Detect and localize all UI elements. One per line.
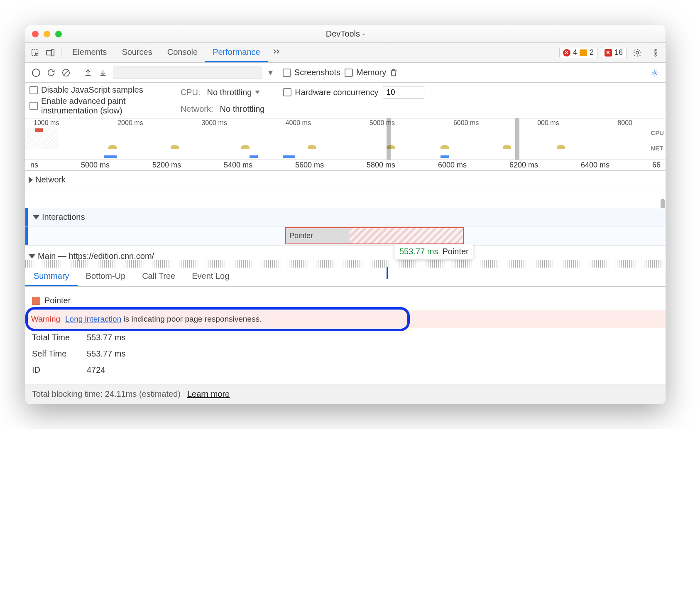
tick: 6000 ms [453,119,479,127]
range-handle-right[interactable] [515,118,519,160]
tick: 5200 ms [152,161,181,170]
tab-elements[interactable]: Elements [65,43,114,62]
tbt-text: Total blocking time: 24.11ms (estimated) [32,389,181,399]
download-icon[interactable] [95,65,110,80]
tick: 6000 ms [438,161,467,170]
tick: 5000 ms [81,161,110,170]
network-throttle-value: No throttling [220,104,265,114]
separator [61,47,61,58]
enable-paint-label-2: instrumentation (slow) [41,106,126,116]
enable-paint-label-1: Enable advanced paint [41,96,126,106]
track-highlight [25,208,28,226]
net-lane-label: NET [651,145,664,152]
track-main-label: Main — https://edition.cnn.com/ [38,251,154,261]
tab-bottomup[interactable]: Bottom-Up [78,267,134,286]
tab-eventlog[interactable]: Event Log [184,267,237,286]
network-throttle-select[interactable]: No throttling [218,103,267,115]
tracks: Network Interactions Pointer Main — http… [25,171,666,267]
overview-minimap[interactable]: 1000 ms 2000 ms 3000 ms 4000 ms 5000 ms … [25,118,666,160]
main-url: https://edition.cnn.com/ [69,251,154,261]
tick: 5400 ms [224,161,252,170]
track-main[interactable]: Main — https://edition.cnn.com/ [25,246,666,267]
tick: 6200 ms [509,161,538,170]
error-icon: ✕ [563,49,570,57]
tick: 5600 ms [295,161,324,170]
device-toolbar-icon[interactable] [43,45,58,60]
event-color-swatch [32,297,40,305]
total-time-value: 553.77 ms [87,333,125,342]
flame-chart-strip [25,260,666,268]
settings-icon[interactable] [630,45,645,60]
cpu-throttle-value: No throttling [207,88,252,97]
svg-point-8 [654,71,656,74]
overview-ticks: 1000 ms 2000 ms 3000 ms 4000 ms 5000 ms … [25,119,641,127]
cpu-lane [25,128,641,149]
tab-summary[interactable]: Summary [25,267,78,286]
disable-js-checkbox[interactable]: Disable JavaScript samples [29,85,143,95]
perf-toolbar: ▼ Screenshots Memory [25,63,666,83]
issue-icon: ✕ [605,49,612,57]
screenshots-checkbox[interactable]: Screenshots [283,68,340,77]
more-menu-icon[interactable] [648,45,663,60]
tab-calltree[interactable]: Call Tree [134,267,184,286]
detail-tabs: Summary Bottom-Up Call Tree Event Log [25,267,666,287]
id-value: 4724 [87,365,105,375]
long-interaction-link[interactable]: Long interaction [65,315,121,323]
record-button[interactable] [29,65,44,80]
timeline-ruler[interactable]: ns 5000 ms 5200 ms 5400 ms 5600 ms 5800 … [25,160,666,171]
tick: 2000 ms [117,119,143,127]
track-network[interactable]: Network [25,171,666,189]
tooltip-time: 553.77 ms [399,247,438,256]
issues-badge[interactable]: ✕ 16 [601,47,627,58]
hw-concurrency-input[interactable] [383,86,424,98]
cpu-lane-label: CPU [651,129,664,136]
chevron-down-icon [255,91,260,94]
capture-settings-icon[interactable] [647,65,662,80]
tick: ns [30,161,38,170]
total-time-row: Total Time 553.77 ms [32,330,659,346]
tab-sources[interactable]: Sources [114,43,159,62]
cpu-throttle-select[interactable]: No throttling [204,87,262,98]
tick: 5800 ms [367,161,395,170]
learn-more-link[interactable]: Learn more [187,389,230,399]
svg-point-4 [655,49,656,51]
separator [77,67,77,78]
interaction-block[interactable]: Pointer [285,227,464,244]
hw-concurrency-checkbox[interactable]: Hardware concurrency [283,88,378,97]
inspect-element-icon[interactable] [28,45,43,60]
recording-select[interactable] [113,66,262,79]
tick: 66 [652,161,661,170]
issue-count: 16 [614,48,623,57]
collapse-icon [33,215,39,219]
gc-button[interactable] [386,65,401,80]
more-tabs-icon[interactable] [268,47,285,58]
capture-settings: Disable JavaScript samples Enable advanc… [25,83,666,118]
track-spacer [25,189,666,208]
hw-concurrency-label: Hardware concurrency [295,88,378,97]
id-row: ID 4724 [32,362,659,378]
self-time-value: 553.77 ms [87,349,125,359]
tab-console[interactable]: Console [160,43,205,62]
enable-paint-checkbox[interactable]: Enable advanced paint instrumentation (s… [29,96,143,116]
scrollbar-thumb[interactable] [661,199,665,209]
tick: 8000 [617,119,632,127]
console-errors-badge[interactable]: ✕ 4 2 [559,47,597,58]
disable-js-label: Disable JavaScript samples [41,85,143,95]
memory-checkbox[interactable]: Memory [345,68,386,77]
track-interactions[interactable]: Interactions [25,208,666,226]
error-count: 4 [573,48,577,57]
titlebar: DevTools - [25,25,666,43]
tick: 6400 ms [581,161,609,170]
clear-button[interactable] [59,65,73,80]
footer: Total blocking time: 24.11ms (estimated)… [25,384,666,404]
range-handle-left[interactable] [387,118,391,160]
upload-icon[interactable] [81,65,95,80]
warning-row: Warning Long interaction is indicating p… [25,310,666,328]
net-lane [25,155,641,158]
event-name: Pointer [44,296,71,305]
warning-label: Warning [31,315,60,324]
tick: 000 ms [537,119,559,127]
reload-record-button[interactable] [44,65,59,80]
tab-performance[interactable]: Performance [205,43,268,62]
window-title: DevTools - [25,29,666,39]
